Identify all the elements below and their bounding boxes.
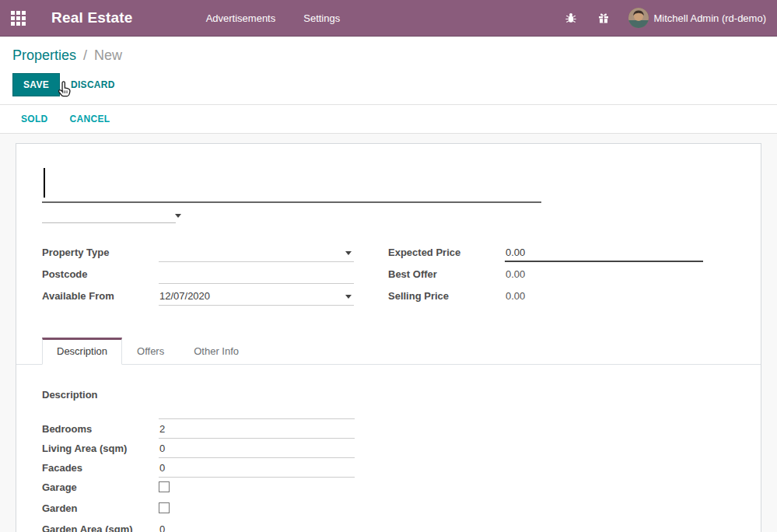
field-row-facades: Facades 0 <box>42 460 735 478</box>
property-type-dropdown-caret-icon <box>345 251 352 255</box>
expected-price-value: 0.00 <box>506 247 525 258</box>
garden-area-value: 0 <box>159 523 165 532</box>
field-row-available-from: Available From 12/07/2020 <box>42 287 354 308</box>
user-avatar <box>628 8 649 28</box>
field-row-garage: Garage <box>42 479 735 499</box>
property-form-sheet: Property Type Postcode Available From <box>16 143 761 532</box>
tags-dropdown-caret-icon <box>175 214 181 218</box>
facades-value: 0 <box>159 462 165 474</box>
top-navbar: Real Estate Advertisements Settings <box>0 0 777 37</box>
text-cursor <box>44 168 45 198</box>
app-name[interactable]: Real Estate <box>51 9 133 26</box>
fields-column-left: Property Type Postcode Available From <box>42 243 354 309</box>
expected-price-label: Expected Price <box>388 243 505 258</box>
field-row-description: Description <box>42 387 735 419</box>
notebook-tabs: Description Offers Other Info <box>16 337 761 365</box>
tab-offers[interactable]: Offers <box>122 338 179 365</box>
garden-label: Garden <box>42 500 159 514</box>
available-from-label: Available From <box>42 287 159 302</box>
breadcrumb-properties[interactable]: Properties <box>12 47 76 63</box>
field-row-living-area: Living Area (sqm) 0 <box>42 440 735 458</box>
bedrooms-input[interactable]: 2 <box>159 421 355 439</box>
living-area-label: Living Area (sqm) <box>42 440 159 454</box>
sold-button[interactable]: SOLD <box>21 114 48 124</box>
user-menu[interactable]: Mitchell Admin (rd-demo) <box>628 8 767 28</box>
field-row-bedrooms: Bedrooms 2 <box>42 421 735 439</box>
living-area-input[interactable]: 0 <box>159 440 355 458</box>
description-label: Description <box>42 387 159 401</box>
statusbar: SOLD CANCEL <box>0 104 777 134</box>
best-offer-value: 0.00 <box>505 265 703 284</box>
garden-area-label: Garden Area (sqm) <box>42 521 159 532</box>
tab-description[interactable]: Description <box>42 338 122 365</box>
control-panel: Properties / New SAVE DISCARD <box>0 37 777 104</box>
postcode-input[interactable] <box>159 265 354 284</box>
property-type-label: Property Type <box>42 243 159 258</box>
facades-input[interactable]: 0 <box>159 460 355 478</box>
garden-checkbox[interactable] <box>159 502 170 513</box>
cancel-button[interactable]: CANCEL <box>70 114 110 124</box>
garage-checkbox[interactable] <box>159 481 170 492</box>
topbar-right: Mitchell Admin (rd-demo) <box>563 8 777 28</box>
form-view-background: Property Type Postcode Available From <box>0 134 777 532</box>
field-row-garden-area: Garden Area (sqm) 0 <box>42 521 735 532</box>
available-from-dropdown-caret-icon <box>345 295 352 299</box>
discard-button[interactable]: DISCARD <box>71 79 115 90</box>
available-from-input[interactable]: 12/07/2020 <box>159 287 354 306</box>
bedrooms-value: 2 <box>159 423 165 435</box>
tags-input[interactable] <box>42 208 176 223</box>
top-menu: Advertisements Settings <box>205 9 342 27</box>
menu-item-settings[interactable]: Settings <box>302 9 341 27</box>
fields-column-right: Expected Price 0.00 Best Offer 0.00 Sell… <box>388 243 703 309</box>
description-tab-content: Description Bedrooms 2 Living Area (sqm)… <box>42 365 735 532</box>
user-name: Mitchell Admin (rd-demo) <box>654 12 767 24</box>
selling-price-value: 0.00 <box>505 287 703 306</box>
field-row-postcode: Postcode <box>42 265 354 286</box>
description-input[interactable] <box>159 387 355 419</box>
postcode-label: Postcode <box>42 265 159 280</box>
menu-item-advertisements[interactable]: Advertisements <box>205 9 278 27</box>
breadcrumb-current: New <box>94 47 122 63</box>
field-row-best-offer: Best Offer 0.00 <box>388 265 703 286</box>
bug-icon[interactable] <box>563 10 579 26</box>
save-button[interactable]: SAVE <box>12 73 60 96</box>
best-offer-label: Best Offer <box>388 265 505 280</box>
garden-area-input[interactable]: 0 <box>159 521 355 532</box>
facades-label: Facades <box>42 460 159 474</box>
field-row-selling-price: Selling Price 0.00 <box>388 287 703 308</box>
living-area-value: 0 <box>159 443 165 454</box>
field-row-garden: Garden <box>42 500 735 520</box>
expected-price-input[interactable]: 0.00 <box>505 243 703 262</box>
property-type-input[interactable] <box>159 243 354 262</box>
property-name-input[interactable] <box>42 167 541 203</box>
breadcrumb-separator: / <box>80 47 90 63</box>
apps-grid-icon <box>11 11 26 26</box>
bedrooms-label: Bedrooms <box>42 421 159 435</box>
fields-grid: Property Type Postcode Available From <box>42 243 735 309</box>
field-row-property-type: Property Type <box>42 243 354 264</box>
garage-label: Garage <box>42 479 159 493</box>
tab-other-info[interactable]: Other Info <box>179 338 254 365</box>
gift-icon[interactable] <box>596 10 611 26</box>
control-panel-buttons: SAVE DISCARD <box>12 73 765 104</box>
available-from-value: 12/07/2020 <box>159 290 210 302</box>
selling-price-label: Selling Price <box>388 287 505 302</box>
field-row-expected-price: Expected Price 0.00 <box>388 243 703 264</box>
breadcrumb: Properties / New <box>12 47 765 64</box>
apps-menu-button[interactable] <box>0 0 36 37</box>
